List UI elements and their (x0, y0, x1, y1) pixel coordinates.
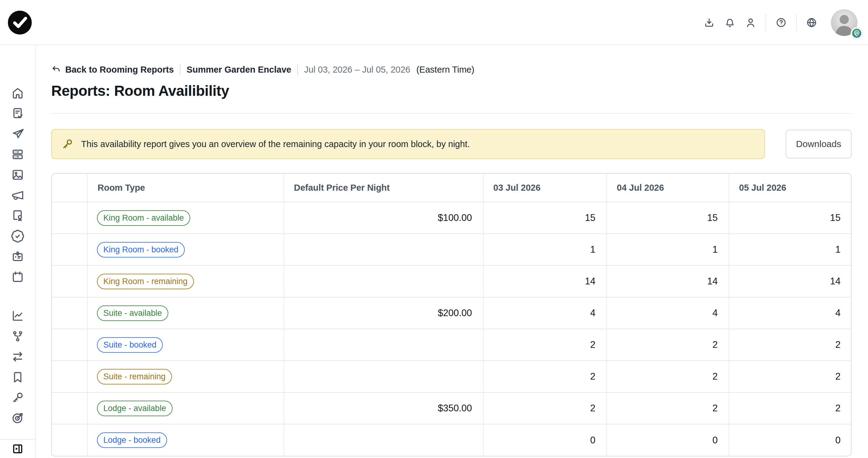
id-badge-icon (11, 250, 25, 264)
value-cell: 2 (729, 392, 851, 424)
value-cell: 4 (483, 297, 607, 329)
room-type-badge: Suite - available (97, 306, 168, 321)
page-title: Reports: Room Availibility (51, 82, 851, 99)
room-type-badge: Lodge - booked (97, 432, 167, 448)
room-type-badge: King Room - available (97, 210, 190, 226)
language-globe-icon[interactable] (806, 17, 817, 28)
availability-table: Room Type Default Price Per Night 03 Jul… (51, 173, 851, 456)
breadcrumb-divider (180, 64, 181, 75)
sidebar-item-home[interactable] (11, 86, 25, 100)
info-banner: This availability report gives you an ov… (51, 129, 765, 159)
room-type-badge: King Room - remaining (97, 274, 194, 289)
table-row: King Room - remaining 14 14 14 (52, 265, 851, 297)
badge-check-icon (11, 229, 25, 243)
sidebar-item-goals[interactable] (11, 411, 25, 425)
value-cell: 2 (729, 361, 851, 392)
price-cell: $200.00 (284, 297, 483, 329)
back-link[interactable]: Back to Rooming Reports (51, 65, 174, 75)
download-icon[interactable] (703, 17, 715, 28)
row-index-cell (52, 392, 88, 424)
back-link-label: Back to Rooming Reports (65, 65, 174, 75)
sidebar-item-approvals[interactable] (11, 229, 25, 243)
sidebar-item-badges[interactable] (11, 250, 25, 264)
table-row: Suite - booked 2 2 2 (52, 329, 851, 361)
breadcrumb-event-name: Summer Garden Enclave (187, 65, 291, 75)
back-arrow-icon (51, 65, 61, 75)
sidebar-item-workflows[interactable] (11, 329, 25, 343)
sidebar-item-integrations[interactable] (11, 350, 25, 364)
value-cell: 2 (483, 329, 607, 361)
price-cell (284, 329, 483, 361)
price-cell: $100.00 (284, 202, 483, 234)
value-cell: 2 (483, 361, 607, 392)
bookmark-icon (11, 370, 25, 384)
row-index-cell (52, 234, 88, 265)
value-cell: 15 (483, 202, 607, 234)
downloads-button[interactable]: Downloads (786, 130, 851, 159)
home-icon (11, 86, 25, 100)
table-header-row: Room Type Default Price Per Night 03 Jul… (52, 174, 851, 202)
sidebar-item-marketing[interactable] (11, 188, 25, 202)
value-cell: 4 (607, 297, 729, 329)
table-row: Suite - remaining 2 2 2 (52, 361, 851, 392)
room-type-badge: Suite - remaining (97, 369, 172, 384)
key-icon (11, 391, 25, 405)
help-icon[interactable] (775, 17, 787, 28)
breadcrumb-date-range: Jul 03, 2026 – Jul 05, 2026 (304, 65, 410, 75)
column-header-room-type: Room Type (88, 174, 284, 202)
value-cell: 14 (607, 265, 729, 297)
sidebar-item-speakers[interactable] (11, 209, 25, 223)
certificate-doc-icon (11, 209, 25, 223)
value-cell: 1 (483, 234, 607, 265)
table-row: Suite - available $200.00 4 4 4 (52, 297, 851, 329)
image-icon (11, 168, 25, 182)
title-divider (51, 113, 851, 114)
expand-panel-icon (11, 442, 24, 455)
sidebar-item-calendar[interactable] (11, 270, 25, 284)
row-index-cell (52, 265, 88, 297)
column-header-empty (52, 174, 88, 202)
sidebar-item-sessions[interactable] (11, 147, 25, 162)
breadcrumb-timezone: (Eastern Time) (416, 65, 474, 75)
calendar-icon (11, 270, 25, 284)
sidebar-expand-button[interactable] (11, 442, 25, 456)
price-cell (284, 361, 483, 392)
row-index-cell (52, 424, 88, 456)
key-icon (61, 138, 74, 150)
table-row: Lodge - booked 0 0 0 (52, 424, 851, 456)
price-cell (284, 424, 483, 456)
value-cell: 2 (483, 392, 607, 424)
sidebar-item-bookmarks[interactable] (11, 370, 25, 384)
price-cell (284, 234, 483, 265)
sidebar-item-forms[interactable] (11, 107, 25, 120)
sidebar-item-send[interactable] (11, 127, 25, 141)
table-row: King Room - available $100.00 15 15 15 (52, 202, 851, 234)
sidebar-item-media[interactable] (11, 168, 25, 182)
value-cell: 1 (729, 234, 851, 265)
value-cell: 4 (729, 297, 851, 329)
account-icon[interactable] (745, 17, 756, 28)
value-cell: 2 (607, 329, 729, 361)
check-logo-icon (8, 11, 32, 34)
topbar (0, 0, 868, 45)
value-cell: 0 (483, 424, 607, 456)
avatar-brand-badge-icon (851, 27, 863, 39)
transfer-arrows-icon (11, 350, 25, 364)
value-cell: 0 (607, 424, 729, 456)
value-cell: 2 (729, 329, 851, 361)
app-logo[interactable] (8, 11, 32, 34)
megaphone-icon (11, 188, 25, 202)
value-cell: 15 (607, 202, 729, 234)
sidebar-item-reports[interactable] (11, 309, 25, 323)
topbar-divider (766, 15, 766, 31)
row-index-cell (52, 297, 88, 329)
row-index-cell (52, 361, 88, 392)
room-type-badge: Suite - booked (97, 337, 163, 353)
breadcrumb: Back to Rooming Reports Summer Garden En… (51, 64, 851, 75)
breadcrumb-divider (297, 64, 298, 75)
notifications-icon[interactable] (724, 17, 736, 28)
price-cell: $350.00 (284, 392, 483, 424)
sidebar-item-access[interactable] (11, 391, 25, 405)
user-avatar[interactable] (831, 9, 858, 36)
list-rows-icon (11, 147, 25, 162)
